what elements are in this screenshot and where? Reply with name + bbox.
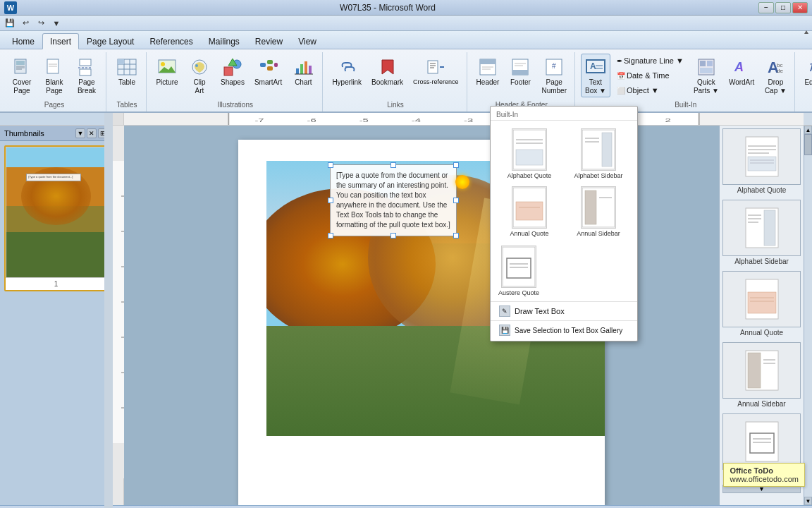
resize-handle-tl[interactable] <box>328 162 333 168</box>
chart-icon <box>292 56 314 78</box>
hyperlink-label: Hyperlink <box>332 78 362 87</box>
qat-dropdown[interactable]: ▼ <box>49 17 63 30</box>
picture-button[interactable]: Picture <box>152 54 182 89</box>
pull-quote-textbox[interactable]: [Type a quote from the document or the s… <box>330 164 457 236</box>
office-todo-line1: Office ToDo <box>730 466 799 475</box>
svg-text:2: 2 <box>665 117 671 123</box>
clip-art-button[interactable]: ClipArt <box>185 54 214 97</box>
footer-button[interactable]: Footer <box>505 54 535 89</box>
dropdown-item-annual-quote[interactable]: Annual Quote <box>496 184 562 239</box>
minimize-button[interactable]: − <box>758 2 774 13</box>
sidebar-dropdown[interactable]: ▼ <box>75 128 85 138</box>
dropdown-action-save[interactable]: 💾 Save Selection to Text Box Gallery <box>491 322 637 338</box>
dropdown-thumb-alphabet-sidebar <box>581 128 616 171</box>
svg-rect-25 <box>260 63 266 67</box>
panel-item-alphabet-sidebar[interactable]: Alphabet Sidebar <box>722 200 801 265</box>
chart-button[interactable]: Chart <box>288 54 318 89</box>
tab-page-layout[interactable]: Page Layout <box>79 33 142 49</box>
cross-reference-button[interactable]: Cross-reference <box>410 54 462 88</box>
panel-item-annual-quote[interactable]: Annual Quote <box>722 271 801 337</box>
svg-rect-115 <box>516 150 543 165</box>
hyperlink-icon <box>336 56 358 78</box>
office-todo-line2: www.officetodo.com <box>730 475 799 483</box>
dropdown-austere-row: Austere Quote <box>491 242 637 300</box>
resize-handle-mr[interactable] <box>453 198 459 203</box>
svg-text:-6: -6 <box>307 117 317 123</box>
hyperlink-button[interactable]: Hyperlink <box>328 54 365 89</box>
smartart-button[interactable]: SmartArt <box>251 54 285 89</box>
table-button[interactable]: Table <box>112 54 142 89</box>
textbox-label: TextBox ▼ <box>585 78 606 95</box>
equation-label: Equation <box>804 78 812 87</box>
drop-cap-button[interactable]: A bc de DropCap ▼ <box>761 54 790 97</box>
illustrations-buttons: Picture ClipArt <box>152 54 318 99</box>
resize-handle-tc[interactable] <box>390 162 396 168</box>
smartart-icon <box>257 56 280 78</box>
panel-item-alphabet-quote[interactable]: Alphabet Quote <box>722 128 801 194</box>
tab-mailings[interactable]: Mailings <box>201 33 247 49</box>
text-box-button[interactable]: A TextBox ▼ <box>581 54 610 97</box>
tab-review[interactable]: Review <box>247 33 290 49</box>
resize-handle-ml[interactable] <box>328 198 333 203</box>
wordart-icon: A <box>730 56 753 78</box>
qat-save[interactable]: 💾 <box>3 17 17 30</box>
wordart-button[interactable]: A WordArt <box>725 54 758 89</box>
bookmark-icon <box>376 56 399 78</box>
svg-point-21 <box>195 64 198 67</box>
ribbon-group-pages: CoverPage BlankPage <box>3 52 106 111</box>
object-button[interactable]: ⬜ Object ▼ <box>613 83 687 97</box>
dropdown-item-alphabet-quote[interactable]: Alphabet Quote <box>496 126 562 181</box>
tab-references[interactable]: References <box>142 33 200 49</box>
signature-icon: ✒ <box>617 57 622 65</box>
qat-undo[interactable]: ↩ <box>18 17 32 30</box>
qat-redo[interactable]: ↪ <box>34 17 48 30</box>
scroll-up-button[interactable]: ▲ <box>804 126 812 134</box>
ribbon-group-text: A TextBox ▼ ✒ Signature Line ▼ 📅 Date & … <box>577 52 795 111</box>
dropdown-label-alphabet-sidebar: Alphabet Sidebar <box>574 172 622 179</box>
dropdown-item-annual-sidebar[interactable]: Annual Sidebar <box>565 184 632 239</box>
pages-group-label: Pages <box>7 101 102 110</box>
cover-page-button[interactable]: CoverPage <box>7 54 37 97</box>
svg-rect-29 <box>296 68 299 74</box>
page-number-button[interactable]: # PageNumber <box>538 54 570 97</box>
dropdown-item-alphabet-sidebar[interactable]: Alphabet Sidebar <box>565 126 632 181</box>
resize-handle-tr[interactable] <box>453 162 459 168</box>
title-bar-left: W <box>4 1 17 14</box>
wordart-label: WordArt <box>729 78 755 87</box>
page-thumbnail-1[interactable]: [Type a quote from the document...] 1 <box>4 145 108 291</box>
resize-handle-bc[interactable] <box>390 233 396 238</box>
object-icon: ⬜ <box>617 87 625 95</box>
svg-point-18 <box>161 62 165 66</box>
page-number-icon: # <box>543 56 565 78</box>
sidebar-close[interactable]: ✕ <box>87 128 97 138</box>
ribbon-group-tables: Table Tables <box>108 52 147 111</box>
date-time-button[interactable]: 📅 Date & Time <box>613 68 687 83</box>
page-break-button[interactable]: PageBreak <box>72 54 102 97</box>
tab-view[interactable]: View <box>290 33 324 49</box>
resize-handle-br[interactable] <box>453 233 459 238</box>
tab-home[interactable]: Home <box>4 33 42 49</box>
ribbon-collapse-button[interactable] <box>801 49 812 64</box>
header-button[interactable]: Header <box>473 54 503 89</box>
ribbon-group-illustrations: Picture ClipArt <box>148 52 323 111</box>
restore-button[interactable]: □ <box>775 2 791 13</box>
quick-access-toolbar: 💾 ↩ ↪ ▼ <box>0 16 812 31</box>
page-break-icon <box>75 56 98 78</box>
panel-item-annual-sidebar[interactable]: Annual Sidebar <box>722 342 801 408</box>
scroll-down-button[interactable]: ▼ <box>804 497 812 505</box>
tab-insert[interactable]: Insert <box>42 33 79 49</box>
svg-marker-35 <box>382 60 393 74</box>
dropdown-item-austere-quote[interactable]: Austere Quote <box>496 243 541 298</box>
bookmark-button[interactable]: Bookmark <box>368 54 407 89</box>
dropdown-action-draw[interactable]: ✎ Draw Text Box <box>491 303 637 319</box>
svg-rect-121 <box>516 202 543 220</box>
scroll-thumb[interactable] <box>804 134 812 155</box>
alphabet-sidebar-label: Alphabet Sidebar <box>722 258 801 265</box>
shapes-button[interactable]: Shapes <box>217 54 248 89</box>
blank-page-button[interactable]: BlankPage <box>39 54 69 97</box>
resize-handle-bl[interactable] <box>328 233 333 238</box>
signature-line-button[interactable]: ✒ Signature Line ▼ <box>613 54 687 68</box>
footer-label: Footer <box>510 78 531 87</box>
ribbon-tabs: Home Insert Page Layout References Maili… <box>0 31 812 49</box>
quick-parts-button[interactable]: QuickParts ▼ <box>690 54 722 97</box>
